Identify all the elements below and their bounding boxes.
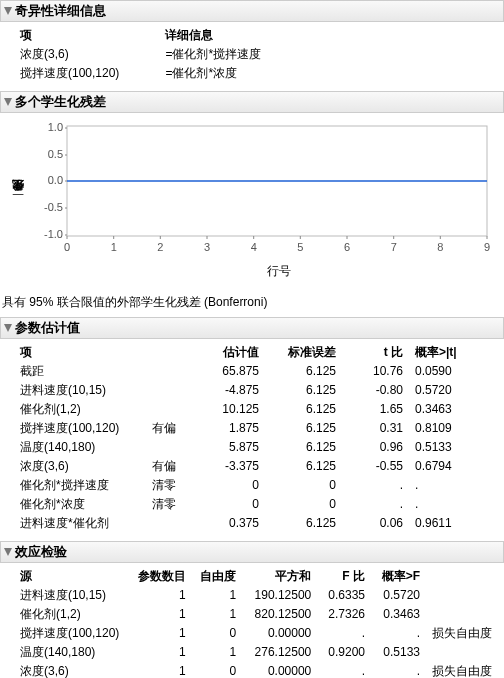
svg-text:1.0: 1.0: [48, 121, 63, 133]
effects-body: 源 参数数目 自由度 平方和 F 比 概率>F 进料速度(10,15)11190…: [0, 563, 504, 678]
estimates-body: 项 估计值 标准误差 t 比 概率>|t| 截距65.8756.12510.76…: [0, 339, 504, 541]
svg-text:0.5: 0.5: [48, 148, 63, 160]
svg-text:6: 6: [344, 241, 350, 253]
section-singularity-header[interactable]: 奇异性详细信息: [0, 0, 504, 22]
col-term: 项: [14, 343, 146, 362]
table-row: 搅拌速度(100,120) =催化剂*浓度: [14, 64, 267, 83]
table-row: 温度(140,180)5.8756.1250.960.5133: [14, 438, 481, 457]
section-effects-header[interactable]: 效应检验: [0, 541, 504, 563]
table-row: 进料速度(10,15)11190.125000.63350.5720: [14, 586, 498, 605]
table-row: 进料速度*催化剂0.3756.1250.060.9611: [14, 514, 481, 533]
section-estimates-title: 参数估计值: [15, 319, 80, 337]
svg-text:-0.5: -0.5: [44, 201, 63, 213]
col-detail: 详细信息: [125, 26, 267, 45]
section-residuals-header[interactable]: 多个学生化残差: [0, 91, 504, 113]
svg-text:5: 5: [297, 241, 303, 253]
table-row: 浓度(3,6)有偏-3.3756.125-0.550.6794: [14, 457, 481, 476]
svg-text:0.0: 0.0: [48, 174, 63, 186]
table-row: 截距65.8756.12510.760.0590: [14, 362, 481, 381]
svg-marker-1: [4, 98, 12, 106]
table-row: 催化剂(1,2)11820.125002.73260.3463: [14, 605, 498, 624]
section-singularity-title: 奇异性详细信息: [15, 2, 106, 20]
col-source: 源: [14, 567, 131, 586]
chart-xlabel: 行号: [59, 261, 499, 280]
svg-text:3: 3: [204, 241, 210, 253]
table-row: 浓度(3,6)100.00000..损失自由度: [14, 662, 498, 678]
col-p: 概率>F: [371, 567, 426, 586]
svg-text:7: 7: [391, 241, 397, 253]
disclosure-icon: [3, 323, 13, 333]
table-row: 催化剂(1,2)10.1256.1251.650.3463: [14, 400, 481, 419]
svg-text:-1.0: -1.0: [44, 228, 63, 240]
section-estimates-header[interactable]: 参数估计值: [0, 317, 504, 339]
col-nparm: 参数数目: [131, 567, 192, 586]
svg-text:8: 8: [437, 241, 443, 253]
svg-text:4: 4: [251, 241, 257, 253]
disclosure-icon: [3, 6, 13, 16]
svg-text:0: 0: [64, 241, 70, 253]
col-f: F 比: [317, 567, 371, 586]
table-row: 催化剂*浓度清零00..: [14, 495, 481, 514]
col-se: 标准误差: [265, 343, 342, 362]
col-ss: 平方和: [242, 567, 317, 586]
col-est: 估计值: [188, 343, 265, 362]
table-row: 浓度(3,6) =催化剂*搅拌速度: [14, 45, 267, 64]
table-row: 进料速度(10,15)-4.8756.125-0.800.5720: [14, 381, 481, 400]
svg-marker-34: [4, 324, 12, 332]
estimates-table: 项 估计值 标准误差 t 比 概率>|t| 截距65.8756.12510.76…: [14, 343, 481, 533]
effects-table: 源 参数数目 自由度 平方和 F 比 概率>F 进料速度(10,15)11190…: [14, 567, 498, 678]
table-row: 催化剂*搅拌速度清零00..: [14, 476, 481, 495]
disclosure-icon: [3, 97, 13, 107]
residuals-caption: 具有 95% 联合限值的外部学生化残差 (Bonferroni): [0, 288, 504, 317]
col-term: 项: [14, 26, 125, 45]
singularity-table: 项 详细信息 浓度(3,6) =催化剂*搅拌速度 搅拌速度(100,120) =…: [14, 26, 267, 83]
svg-text:2: 2: [157, 241, 163, 253]
svg-text:9: 9: [484, 241, 490, 253]
svg-marker-0: [4, 7, 12, 15]
singularity-body: 项 详细信息 浓度(3,6) =催化剂*搅拌速度 搅拌速度(100,120) =…: [0, 22, 504, 91]
col-p: 概率>|t|: [409, 343, 481, 362]
col-t: t 比: [342, 343, 409, 362]
section-effects-title: 效应检验: [15, 543, 67, 561]
table-row: 搅拌速度(100,120)有偏1.8756.1250.310.8109: [14, 419, 481, 438]
table-row: 温度(140,180)11276.125000.92000.5133: [14, 643, 498, 662]
col-flag: [146, 343, 188, 362]
residuals-chart: 1.0 0.5 0.0 -0.5 -1.0 0 1 2 3 4 5 6 7 8: [29, 121, 499, 261]
disclosure-icon: [3, 547, 13, 557]
col-df: 自由度: [192, 567, 242, 586]
table-row: 搅拌速度(100,120)100.00000..损失自由度: [14, 624, 498, 643]
residuals-body: 一个学生化残差 1.0 0.5 0.0 -0.5 -1.0 0 1 2: [0, 113, 504, 288]
svg-marker-35: [4, 548, 12, 556]
col-note: [426, 567, 498, 586]
section-residuals-title: 多个学生化残差: [15, 93, 106, 111]
svg-text:1: 1: [111, 241, 117, 253]
